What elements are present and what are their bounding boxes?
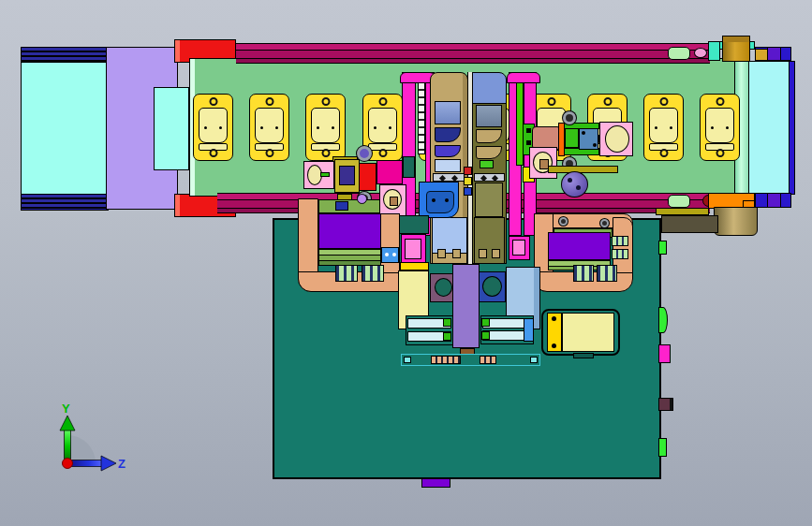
plate-nest xyxy=(705,108,734,143)
rs-blob-spot-a xyxy=(568,178,572,183)
tower-left-foot-a xyxy=(437,249,446,258)
cad-viewport[interactable]: Y Z xyxy=(0,0,812,526)
bi-bearing-left-bore xyxy=(435,278,452,297)
plate-screw-bottom xyxy=(659,149,668,157)
bi-cyl-right-green-b xyxy=(481,331,490,340)
bi-cyl-right-blue xyxy=(524,318,534,342)
blue-slide-inner xyxy=(426,191,454,213)
plate-screw-top xyxy=(265,97,273,106)
plate-nest xyxy=(311,108,340,143)
rs-steel-dot-b xyxy=(593,143,597,147)
plate-screw-bottom xyxy=(265,149,273,157)
plate-pin-right xyxy=(332,126,334,129)
bars-bottom-right xyxy=(755,193,791,208)
rs-deck-ring-a xyxy=(559,217,568,226)
tower-left-diamond-strip xyxy=(433,173,465,182)
mid-bit-yellow xyxy=(464,177,472,185)
rs-motor-blob[interactable] xyxy=(561,171,588,197)
tower-left-foot-b xyxy=(452,249,461,258)
plate-pin-left xyxy=(374,126,376,129)
ls-magenta-block[interactable] xyxy=(376,160,403,184)
ls-conn-dot-a xyxy=(385,253,389,256)
ls-purple-window[interactable] xyxy=(318,213,381,249)
base-side-knob-magenta[interactable] xyxy=(658,344,671,363)
brass-roller[interactable] xyxy=(714,207,758,236)
end-bracket-teal-v xyxy=(708,41,720,61)
rs-lime-dot-a xyxy=(526,128,531,133)
ls-deck-bit-olive xyxy=(337,194,352,200)
rs-pale-circle-big xyxy=(605,125,629,153)
pallet-plate[interactable] xyxy=(700,94,740,161)
bi-motor-cap-dot-a xyxy=(552,316,556,321)
rs-purple-window[interactable] xyxy=(548,232,611,260)
feeder-guide-bottom[interactable] xyxy=(21,194,109,211)
plate-screw-top xyxy=(378,97,387,106)
plate-screw-bottom xyxy=(209,149,217,157)
pallet-plate[interactable] xyxy=(305,94,346,161)
pallet-plate[interactable] xyxy=(249,94,289,161)
bi-motor-foot xyxy=(573,353,594,358)
z-axis-label: Z xyxy=(118,457,125,471)
plate-pin-right xyxy=(670,126,672,129)
outfeed-panel[interactable] xyxy=(748,61,791,195)
feeder-guide-top[interactable] xyxy=(21,47,109,63)
tower-right-cap[interactable] xyxy=(472,72,507,104)
rs-blob-spot-b xyxy=(576,185,581,190)
plate-screw-top xyxy=(603,97,612,106)
gold-nub xyxy=(755,49,768,61)
olive-block[interactable] xyxy=(661,215,718,233)
plate-pin-right xyxy=(275,126,278,129)
bi-bearing-right-bore xyxy=(482,276,502,297)
axis-triad: Y Z xyxy=(49,402,127,481)
plate-pin-left xyxy=(317,126,319,129)
ls-green-stem xyxy=(320,172,330,177)
plate-pin-left xyxy=(711,126,714,129)
feeder-notch[interactable] xyxy=(154,87,189,170)
plate-screw-top xyxy=(321,97,330,106)
bi-cyl-left-green-a xyxy=(443,318,451,327)
guide-slot-left xyxy=(418,75,425,154)
rail-clamp-green-top[interactable] xyxy=(668,47,690,60)
ls-tan-chip xyxy=(390,197,398,206)
rs-comb-1 xyxy=(573,265,594,282)
bi-motor-cap-dot-b xyxy=(552,343,556,348)
ls-purple-core xyxy=(339,166,355,185)
ls-red-block[interactable] xyxy=(359,163,376,191)
bi-rail-cap-left xyxy=(404,357,411,363)
plate-pin-right xyxy=(726,126,729,129)
bi-center-pillar[interactable] xyxy=(452,264,480,348)
ls-blue-connector[interactable] xyxy=(381,247,399,263)
bi-rail-cap-right xyxy=(530,357,538,363)
magenta-box-right-inner xyxy=(512,240,525,256)
ls-knob-top[interactable] xyxy=(357,146,372,161)
pallet-plate[interactable] xyxy=(193,94,233,161)
ls-teal-block xyxy=(403,156,415,178)
tower-right-foot-a xyxy=(479,249,487,258)
base-foot-tab xyxy=(421,478,450,488)
bi-cyl-left-green-b xyxy=(443,332,451,341)
feeder-tray[interactable] xyxy=(21,62,107,195)
rs-screw-top xyxy=(563,111,576,124)
tower-right-green-chip xyxy=(480,160,494,168)
y-axis-arrowhead xyxy=(60,416,75,431)
y-axis-label: Y xyxy=(62,402,70,416)
pallet-plate[interactable] xyxy=(643,94,684,161)
bi-yellow-bar xyxy=(400,262,429,270)
rs-clip-1 xyxy=(612,236,628,246)
bi-linear-rail[interactable] xyxy=(401,354,540,366)
bi-cyl-right-green-a xyxy=(481,318,490,327)
rail-knob-pink-top[interactable] xyxy=(694,48,707,58)
bi-rail-seg-b xyxy=(480,356,496,364)
conveyor-rail-top[interactable] xyxy=(236,43,710,64)
tower-right-low-panel xyxy=(475,183,503,217)
base-side-knob-maroon[interactable] xyxy=(658,398,673,411)
rail-clamp-green-bottom[interactable] xyxy=(668,195,690,208)
bi-rail-seg-a xyxy=(431,356,461,364)
ls-deck-bit-lavender xyxy=(357,194,367,204)
rs-lime-dot-b xyxy=(526,140,531,145)
origin-dot xyxy=(63,459,73,469)
ls-deck-bit-navy xyxy=(335,201,348,211)
teal-block-left xyxy=(399,215,429,234)
rs-green-square[interactable] xyxy=(565,128,579,148)
tower-left-window-blue xyxy=(435,101,461,124)
